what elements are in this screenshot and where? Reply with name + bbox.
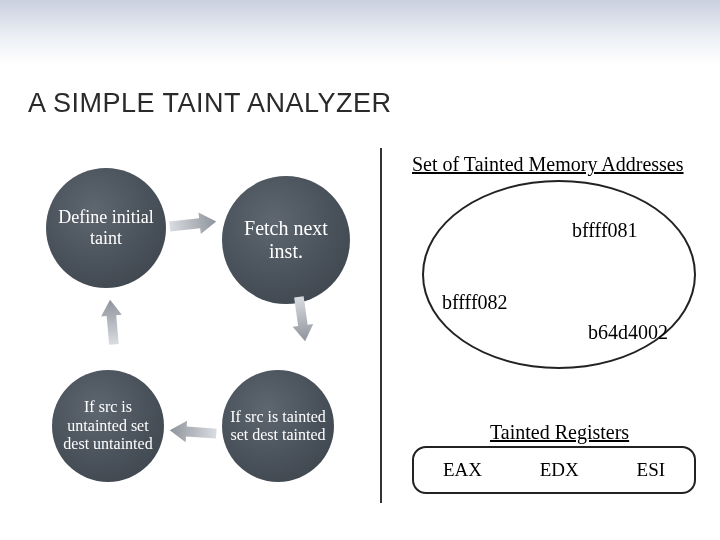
arrow-icon [167,418,219,445]
register-name: EDX [540,459,579,481]
page-title: A SIMPLE TAINT ANALYZER [28,88,392,119]
cycle-node-fetch-next-inst: Fetch next inst. [222,176,350,304]
memory-address: bffff082 [442,291,508,314]
node-label: Define initial taint [46,203,166,252]
header-gradient [0,0,720,65]
arrow-icon [287,294,317,345]
memory-address: b64d4002 [588,321,668,344]
arrow-icon [98,297,126,347]
memory-heading: Set of Tainted Memory Addresses [412,153,684,176]
registers-heading: Tainted Registers [490,421,629,444]
register-name: ESI [637,459,666,481]
memory-address: bffff081 [572,219,638,242]
node-label: Fetch next inst. [222,213,350,267]
registers-box: EAX EDX ESI [412,446,696,494]
vertical-divider [380,148,382,503]
cycle-node-src-tainted: If src is tainted set dest tainted [222,370,334,482]
node-label: If src is untainted set dest untainted [52,394,164,457]
arrow-icon [167,209,219,238]
register-name: EAX [443,459,482,481]
cycle-node-define-initial-taint: Define initial taint [46,168,166,288]
node-label: If src is tainted set dest tainted [222,404,334,449]
cycle-node-src-untainted: If src is untainted set dest untainted [52,370,164,482]
